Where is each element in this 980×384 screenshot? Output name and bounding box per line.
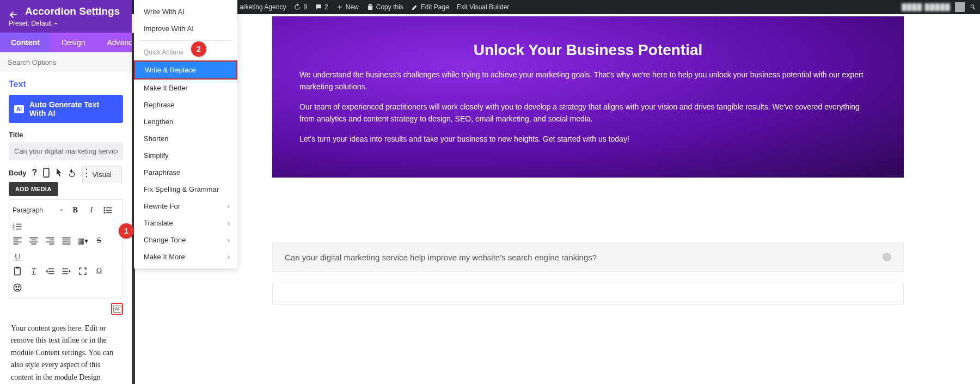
svg-text:3: 3 xyxy=(13,227,15,231)
svg-rect-28 xyxy=(63,243,71,245)
section-heading-text[interactable]: Text xyxy=(9,80,123,89)
hero-title: Unlock Your Business Potential xyxy=(299,41,877,59)
svg-rect-15 xyxy=(14,242,22,243)
align-center-icon[interactable] xyxy=(29,236,39,246)
accordion-item-2[interactable] xyxy=(272,283,904,304)
italic-button[interactable]: I xyxy=(87,205,96,215)
hero-p2: Our team of experienced practitioners wi… xyxy=(299,101,877,125)
bullet-list-icon[interactable] xyxy=(103,205,113,215)
refresh-icon xyxy=(293,3,301,11)
user-greeting[interactable]: ████ █████ xyxy=(902,3,951,11)
ai-write-replace[interactable]: Write & Replace xyxy=(134,60,237,80)
exit-visual-builder[interactable]: Exit Visual Builder xyxy=(457,3,510,11)
svg-rect-20 xyxy=(32,243,36,245)
ai-paraphrase[interactable]: Paraphrase xyxy=(134,164,237,181)
page-preview: Unlock Your Business Potential We unders… xyxy=(185,14,980,384)
special-char-icon[interactable]: Ω xyxy=(94,266,104,276)
hero-p3: Let's turn your ideas into results and t… xyxy=(299,133,877,145)
search-options[interactable] xyxy=(0,52,132,72)
updates-indicator[interactable]: 9 xyxy=(293,3,307,11)
strikethrough-button[interactable]: S xyxy=(94,236,104,246)
ai-rephrase[interactable]: Rephrase xyxy=(134,96,237,113)
ai-translate[interactable]: Translate xyxy=(134,215,237,231)
hero-section: Unlock Your Business Potential We unders… xyxy=(272,16,904,178)
paragraph-selector[interactable]: Paragraph xyxy=(13,206,64,214)
cursor-icon[interactable] xyxy=(56,168,62,177)
svg-rect-29 xyxy=(15,267,21,275)
tab-design[interactable]: Design xyxy=(51,33,96,52)
title-label: Title xyxy=(9,131,123,139)
svg-rect-14 xyxy=(14,240,19,241)
copy-this[interactable]: Copy this xyxy=(366,3,403,11)
search-icon[interactable] xyxy=(969,3,977,11)
add-media-button[interactable]: ADD MEDIA xyxy=(9,182,58,196)
svg-rect-27 xyxy=(63,242,71,243)
outdent-icon[interactable] xyxy=(45,266,55,276)
svg-rect-24 xyxy=(50,243,54,245)
ai-toggle-button[interactable]: AI xyxy=(111,303,123,315)
comment-icon xyxy=(315,3,322,11)
site-name[interactable]: arketing Agency xyxy=(240,3,286,11)
svg-rect-13 xyxy=(14,237,22,239)
panel-tabs: Content Design Advanced xyxy=(0,33,132,52)
svg-point-3 xyxy=(104,210,106,211)
emoji-icon[interactable] xyxy=(13,283,22,292)
bold-button[interactable]: B xyxy=(70,205,80,215)
plus-icon xyxy=(336,3,344,11)
comments-indicator[interactable]: 2 xyxy=(315,3,328,11)
title-input[interactable] xyxy=(9,142,123,160)
svg-rect-0 xyxy=(44,168,49,177)
svg-point-31 xyxy=(14,284,21,291)
ai-rewrite-for[interactable]: Rewrite For xyxy=(134,198,237,215)
pencil-icon xyxy=(411,3,419,11)
tab-content[interactable]: Content xyxy=(0,33,51,52)
preset-selector[interactable]: Preset: Default xyxy=(9,20,123,27)
undo-icon[interactable] xyxy=(68,168,76,177)
ai-make-better[interactable]: Make It Better xyxy=(134,80,237,96)
paste-icon[interactable] xyxy=(13,266,22,276)
panel-header: Accordion Settings Preset: Default xyxy=(0,0,132,33)
editor-content[interactable]: Your content goes here. Edit or remove t… xyxy=(9,315,123,384)
svg-rect-8 xyxy=(16,224,22,225)
align-justify-icon[interactable] xyxy=(62,236,71,246)
svg-rect-18 xyxy=(32,240,36,241)
ai-change-tone[interactable]: Change Tone xyxy=(134,231,237,248)
settings-panel: Accordion Settings Preset: Default Conte… xyxy=(0,0,132,384)
help-icon[interactable]: ? xyxy=(32,168,38,178)
mobile-icon[interactable] xyxy=(42,168,50,178)
fullscreen-icon[interactable] xyxy=(78,266,88,276)
indent-icon[interactable] xyxy=(62,266,71,276)
svg-rect-19 xyxy=(30,242,38,243)
avatar[interactable] xyxy=(955,2,965,12)
svg-point-5 xyxy=(104,212,106,214)
hero-p1: We understand the business's challenges … xyxy=(299,69,877,93)
table-icon[interactable]: ▦▾ xyxy=(78,236,88,246)
ai-write-with-ai[interactable]: Write With AI xyxy=(134,3,237,20)
underline-button[interactable]: U xyxy=(13,252,22,262)
svg-point-1 xyxy=(104,207,106,209)
clear-format-icon[interactable]: T xyxy=(29,266,39,276)
new-menu[interactable]: New xyxy=(336,3,359,11)
svg-rect-26 xyxy=(63,240,71,241)
align-left-icon[interactable] xyxy=(13,236,22,246)
ai-simplify[interactable]: Simplify xyxy=(134,147,237,164)
edit-page[interactable]: Edit Page xyxy=(411,3,449,11)
ai-fix-grammar[interactable]: Fix Spelling & Grammar xyxy=(134,181,237,198)
accordion-item-1[interactable]: Can your digital marketing service help … xyxy=(272,243,904,272)
ai-lengthen[interactable]: Lengthen xyxy=(134,113,237,130)
ai-shorten[interactable]: Shorten xyxy=(134,130,237,147)
svg-rect-6 xyxy=(106,212,112,214)
ai-make-more[interactable]: Make It More xyxy=(134,248,237,265)
svg-rect-21 xyxy=(46,237,54,239)
ai-icon: AI xyxy=(113,305,121,313)
svg-point-32 xyxy=(16,287,17,288)
ai-badge-icon: AI xyxy=(14,105,24,113)
auto-generate-ai-button[interactable]: AI Auto Generate Text With AI xyxy=(9,95,123,123)
number-list-icon[interactable]: 123 xyxy=(13,222,22,231)
align-right-icon[interactable] xyxy=(45,236,55,246)
back-arrow-icon[interactable] xyxy=(8,10,19,21)
search-input[interactable] xyxy=(8,58,124,66)
svg-rect-12 xyxy=(16,229,22,230)
more-icon[interactable]: ⋮ xyxy=(82,170,91,175)
ai-improve-with-ai[interactable]: Improve With AI xyxy=(134,20,237,37)
